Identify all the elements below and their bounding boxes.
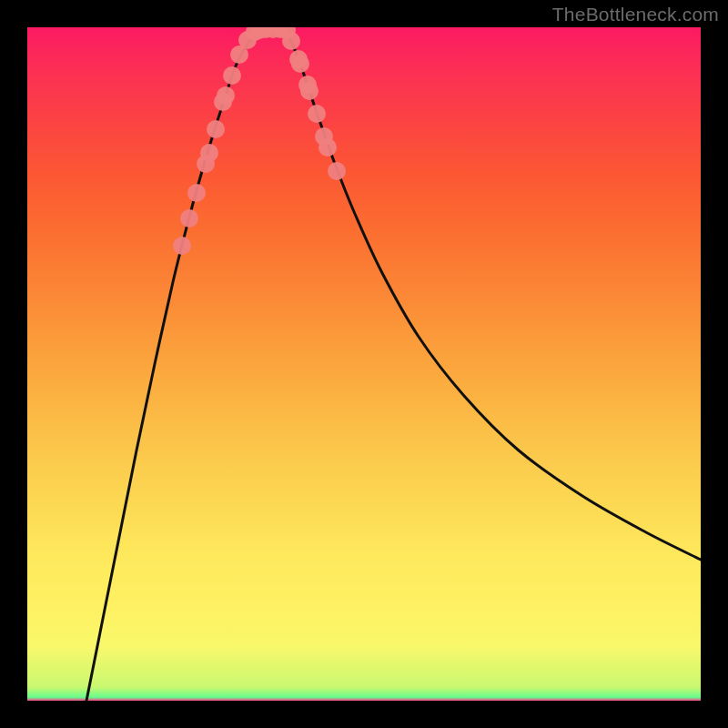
plot-area bbox=[27, 27, 701, 701]
data-marker-left bbox=[180, 209, 198, 228]
series-right-curve bbox=[287, 30, 701, 560]
chart-container: TheBottleneck.com bbox=[0, 0, 728, 728]
data-marker-left bbox=[173, 237, 191, 255]
data-marker-left bbox=[223, 66, 241, 85]
data-marker-right bbox=[291, 55, 309, 73]
data-marker-right bbox=[318, 138, 337, 157]
data-marker-left bbox=[200, 144, 218, 162]
data-marker-right bbox=[308, 105, 326, 123]
series-left-curve bbox=[86, 30, 259, 701]
data-marker-left bbox=[207, 120, 225, 138]
data-marker-left bbox=[217, 86, 235, 105]
curve-svg bbox=[27, 27, 701, 701]
attribution-label: TheBottleneck.com bbox=[552, 4, 719, 25]
data-marker-right bbox=[300, 82, 318, 100]
data-marker-right bbox=[328, 162, 346, 180]
data-marker-left bbox=[187, 184, 206, 202]
